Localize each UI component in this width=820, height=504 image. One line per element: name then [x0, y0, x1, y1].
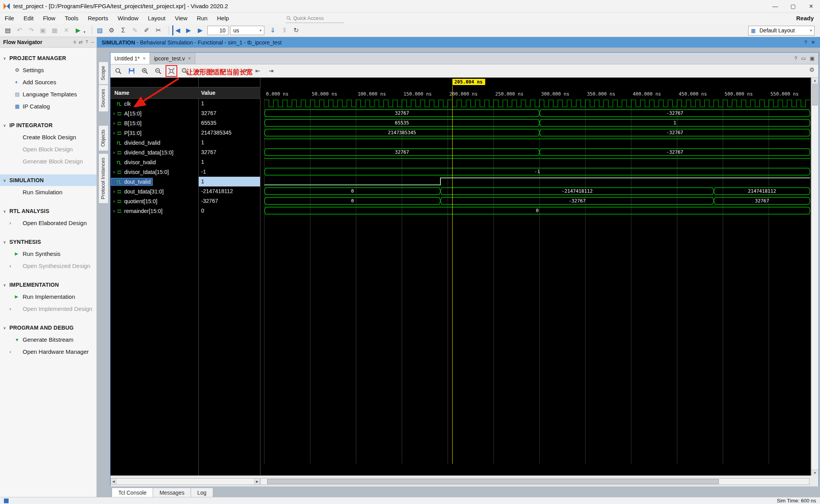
chevron-right-icon[interactable]: ›: [111, 130, 117, 136]
sim-run-all-button[interactable]: ▶: [184, 25, 193, 35]
scroll-left-icon[interactable]: ◀: [111, 479, 116, 484]
nav-section-rtl-analysis[interactable]: ∨RTL ANALYSIS: [0, 205, 96, 217]
report-button[interactable]: ▧: [95, 25, 105, 35]
nav-swap-icon[interactable]: ⇄: [79, 39, 83, 45]
minimize-icon[interactable]: —: [766, 0, 784, 12]
copy-button[interactable]: ▣: [38, 25, 48, 35]
cut-button[interactable]: ✂: [154, 25, 163, 35]
side-tab-sources[interactable]: Sources: [98, 85, 109, 112]
tab-log[interactable]: Log: [191, 488, 213, 498]
nav-item-run-synthesis[interactable]: ▶Run Synthesis: [0, 248, 96, 260]
side-tab-protocol-instances[interactable]: Protocol Instances: [98, 153, 109, 204]
swap-cursors-button[interactable]: ⇄: [240, 66, 249, 76]
nav-item-open-synthesized-design[interactable]: ›Open Synthesized Design: [0, 260, 96, 272]
nav-section-ip-integrator[interactable]: ∨IP INTEGRATOR: [0, 119, 96, 131]
tab-float-icon[interactable]: ▭: [801, 55, 806, 61]
run-flow-caret-icon[interactable]: ▾: [84, 30, 86, 34]
sim-relaunch-button[interactable]: ↻: [292, 25, 301, 35]
nav-item-open-hardware-manager[interactable]: ›Open Hardware Manager: [0, 346, 96, 358]
signal-row-remainder-15-0[interactable]: ›remainder[15:0]0: [111, 206, 260, 216]
wave-horizontal-scrollbar[interactable]: [260, 478, 809, 485]
menu-edit[interactable]: Edit: [19, 12, 38, 24]
menu-window[interactable]: Window: [113, 12, 143, 24]
chevron-right-icon[interactable]: ›: [111, 111, 117, 116]
nav-menu-icon[interactable]: ≡: [73, 39, 76, 45]
paste-button[interactable]: ▦: [50, 25, 59, 35]
menu-view[interactable]: View: [170, 12, 192, 24]
wave-vertical-scrollbar[interactable]: ▲ ▼: [811, 78, 818, 476]
signal-row-a-15-0[interactable]: ›A[15:0]32767: [111, 108, 260, 118]
nav-collapse-icon[interactable]: ─: [91, 39, 94, 45]
zoom-fit-button[interactable]: [167, 66, 176, 76]
goto-next-transition-button[interactable]: ⇥: [207, 66, 216, 76]
nav-item-open-implemented-design[interactable]: ›Open Implemented Design: [0, 303, 96, 315]
chevron-right-icon[interactable]: ›: [111, 169, 117, 175]
sum-button[interactable]: Σ: [119, 25, 128, 35]
sim-time-input[interactable]: 10: [207, 26, 228, 35]
nav-item-settings[interactable]: ⚙Settings: [0, 64, 96, 76]
close-icon[interactable]: ×: [143, 55, 146, 61]
sim-restart-button[interactable]: ◀: [172, 25, 182, 35]
sim-pause-button[interactable]: ‖: [280, 25, 289, 35]
goto-end-button[interactable]: ⇥: [266, 66, 276, 76]
signal-row-clk[interactable]: clk1: [111, 99, 260, 108]
signal-row-dout-tdata-31-0[interactable]: ›dout_tdata[31:0]-2147418112: [111, 186, 260, 196]
nav-item-run-simulation[interactable]: Run Simulation: [0, 186, 96, 198]
nav-help-icon[interactable]: ?: [86, 39, 88, 45]
nav-section-program-and-debug[interactable]: ∨PROGRAM AND DEBUG: [0, 322, 96, 334]
nav-item-ip-catalog[interactable]: ▦IP Catalog: [0, 100, 96, 112]
chevron-right-icon[interactable]: ›: [111, 208, 117, 214]
nav-item-language-templates[interactable]: ▤Language Templates: [0, 88, 96, 100]
chevron-right-icon[interactable]: ›: [111, 189, 117, 194]
sim-step-button[interactable]: ⇓: [268, 25, 278, 35]
menu-file[interactable]: File: [0, 12, 19, 24]
chevron-right-icon[interactable]: ›: [111, 199, 117, 204]
zoom-in-button[interactable]: [140, 66, 150, 76]
nav-section-synthesis[interactable]: ∨SYNTHESIS: [0, 236, 96, 248]
add-signal-button[interactable]: +: [220, 66, 229, 76]
close-icon[interactable]: ✕: [802, 0, 820, 12]
tab-messages[interactable]: Messages: [153, 488, 191, 498]
context-close-icon[interactable]: ✕: [811, 39, 815, 45]
wave-settings-gear-icon[interactable]: ⚙: [809, 66, 815, 73]
signal-row-quotient-15-0[interactable]: ›quotient[15:0]-32767: [111, 196, 260, 206]
menu-reports[interactable]: Reports: [83, 12, 113, 24]
chevron-right-icon[interactable]: ›: [111, 121, 117, 126]
wave-search-button[interactable]: [114, 66, 123, 76]
scroll-down-icon[interactable]: ▼: [811, 470, 818, 476]
nav-item-add-sources[interactable]: +Add Sources: [0, 76, 96, 88]
nav-item-create-block-design[interactable]: Create Block Design: [0, 131, 96, 143]
context-help-icon[interactable]: ?: [804, 39, 807, 45]
nav-item-open-block-design[interactable]: Open Block Design: [0, 143, 96, 155]
redo-button[interactable]: ↷: [27, 25, 36, 35]
zoom-to-cursor-button[interactable]: [180, 66, 189, 76]
sim-run-for-time-button[interactable]: ▶: [196, 25, 205, 35]
run-flow-button[interactable]: ▶: [73, 25, 83, 35]
wave-canvas[interactable]: 0.000 ns50.000 ns100.000 ns150.000 ns200…: [260, 78, 810, 464]
close-icon[interactable]: ×: [188, 55, 191, 61]
settings-gear-icon[interactable]: ⚙: [107, 25, 116, 35]
tab-help-icon[interactable]: ?: [794, 55, 797, 61]
quick-access-search[interactable]: Quick Access: [285, 14, 344, 23]
edit-button[interactable]: ✎: [130, 25, 140, 35]
maximize-icon[interactable]: ▢: [784, 0, 802, 12]
nav-item-generate-bitstream[interactable]: ▼Generate Bitstream: [0, 334, 96, 346]
menu-layout[interactable]: Layout: [143, 12, 170, 24]
chevron-right-icon[interactable]: ›: [111, 150, 117, 155]
nav-section-project-manager[interactable]: ∨PROJECT MANAGER: [0, 52, 96, 64]
signal-row-dividend-tvalid[interactable]: dividend_tvalid1: [111, 138, 260, 147]
menu-tools[interactable]: Tools: [60, 12, 83, 24]
signal-row-dividend-tdata-15-0[interactable]: ›dividend_tdata[15:0]32767: [111, 147, 260, 157]
side-tab-objects[interactable]: Objects: [98, 125, 109, 151]
tab-ipcore-test-v[interactable]: ipcore_test.v×: [150, 53, 195, 64]
undo-button[interactable]: ↶: [15, 25, 24, 35]
goto-start-button[interactable]: ⇤: [253, 66, 262, 76]
zoom-out-button[interactable]: [153, 66, 163, 76]
layout-select[interactable]: ▦ Default Layout ▾: [748, 26, 815, 35]
signal-row-p-31-0[interactable]: ›P[31:0]2147385345: [111, 128, 260, 138]
edit-alt-button[interactable]: ✐: [142, 25, 152, 35]
sim-time-unit-select[interactable]: us ▾: [230, 26, 264, 35]
save-wave-config-button[interactable]: [127, 66, 136, 76]
tab-tcl-console[interactable]: Tcl Console: [112, 488, 153, 498]
side-tab-scope[interactable]: Scope: [98, 62, 109, 85]
